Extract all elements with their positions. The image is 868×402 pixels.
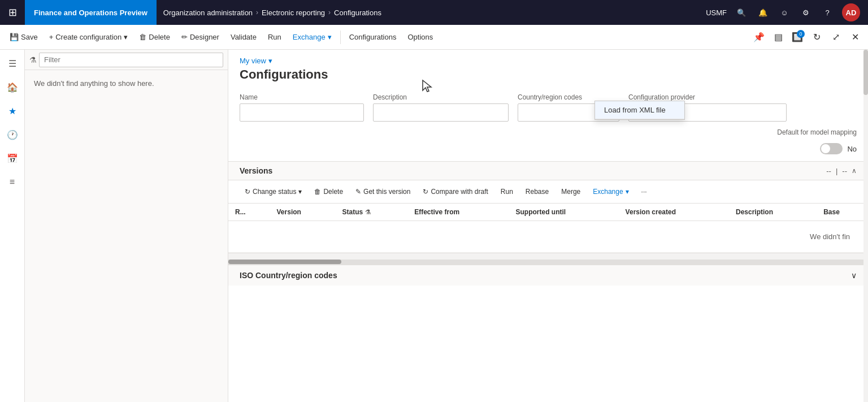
save-button[interactable]: 💾 Save [5,28,43,47]
usmf-button[interactable]: USMF [702,0,730,25]
form-row-1: Name Description Country/region codes Co… [228,87,868,128]
my-view-chevron-icon: ▾ [268,57,272,65]
toolbar-sep-1 [340,31,341,44]
left-panel-empty-message: We didn't find anything to show here. [25,70,228,97]
settings-button[interactable]: ⚙ [796,0,816,25]
help-icon: ? [825,8,829,17]
main-layout: ☰ 🏠 ★ 🕐 📅 ≡ ⚗ We didn't find anything to… [0,50,868,402]
status-filter-icon[interactable]: ⚗ [365,209,371,215]
iso-title: ISO Country/region codes [240,271,337,280]
versions-header-controls: -- | -- ∧ [826,167,857,175]
feedback-button[interactable]: ☺ [774,0,795,25]
scroll-inner [228,253,868,254]
versions-collapse-button[interactable]: ∧ [852,167,857,175]
versions-sep: | [836,167,837,175]
toolbar-right: 📌 ▤ 🔲 0 ↻ ⤢ ✕ [750,29,863,46]
create-icon: + [49,33,54,41]
horizontal-scrollbar[interactable] [228,253,868,260]
load-from-xml-button[interactable]: Load from XML file [595,101,684,119]
description-label: Description [373,93,509,101]
default-mapping-label: Default for model mapping [777,128,857,136]
create-configuration-button[interactable]: + Create configuration ▾ [44,28,133,47]
help-button[interactable]: ? [817,0,837,25]
versions-run-button[interactable]: Run [496,184,518,200]
bell-icon: 🔔 [758,8,767,17]
my-view-selector[interactable]: My view ▾ [240,57,857,65]
filter-input[interactable] [39,53,223,67]
versions-more-button[interactable]: ··· [636,184,652,200]
versions-dash-1: -- [826,167,831,175]
col-supported-until: Supported until [509,204,618,221]
designer-button[interactable]: ✏ Designer [176,28,224,47]
exchange-button[interactable]: Exchange ▾ [288,28,337,47]
compare-icon: ↻ [423,188,428,196]
name-label: Name [240,93,364,101]
col-status: Status ⚗ [336,204,408,221]
run-button[interactable]: Run [263,28,287,47]
user-avatar[interactable]: AD [839,0,863,25]
close-button[interactable]: ✕ [847,29,863,46]
default-mapping-toggle[interactable] [820,143,843,154]
main-toolbar: 💾 Save + Create configuration ▾ 🗑 Delete… [0,25,868,50]
create-chevron-icon: ▾ [124,33,128,41]
table-empty-row: We didn't fin [228,221,868,253]
rebase-button[interactable]: Rebase [520,184,554,200]
sidebar-favorites[interactable]: ★ [1,100,24,122]
breadcrumb-sep-2: › [328,8,331,16]
col-r: R... [228,204,270,221]
col-version: Version [270,204,336,221]
pin-button[interactable]: 📌 [750,29,767,46]
get-this-version-button[interactable]: ✎ Get this version [350,184,415,200]
expand-button[interactable]: ⤢ [827,29,844,46]
default-mapping-row: Default for model mapping [228,128,868,143]
col-effective-from: Effective from [407,204,509,221]
panel-button[interactable]: ▤ [770,29,787,46]
options-button[interactable]: Options [402,28,438,47]
sidebar-hamburger[interactable]: ☰ [1,52,24,75]
versions-section: Versions -- | -- ∧ ↻ Change status ▾ 🗑 [228,161,868,265]
delete-button[interactable]: 🗑 Delete [134,28,175,47]
iso-collapse-icon: ∨ [851,271,857,280]
versions-exchange-chevron-icon: ▾ [626,188,629,196]
sidebar-icons: ☰ 🏠 ★ 🕐 📅 ≡ [0,50,25,402]
badge-button[interactable]: 🔲 0 [789,29,806,46]
breadcrumb-er[interactable]: Electronic reporting [262,8,325,17]
gear-icon: ⚙ [802,8,809,17]
breadcrumb-config[interactable]: Configurations [334,8,381,17]
scrollbar-thumb [863,50,868,95]
right-content: Load from XML file My view ▾ Configurati… [228,50,868,402]
toggle-knob [821,144,830,153]
versions-exchange-button[interactable]: Exchange ▾ [588,184,633,200]
change-status-button[interactable]: ↻ Change status ▾ [240,184,307,200]
notifications-button[interactable]: 🔔 [753,0,773,25]
iso-header[interactable]: ISO Country/region codes ∨ [228,265,868,286]
breadcrumb-sep-1: › [256,8,258,16]
sidebar-home[interactable]: 🏠 [1,76,24,98]
configurations-button[interactable]: Configurations [344,28,402,47]
apps-button[interactable]: ⊞ [0,0,25,25]
smiley-icon: ☺ [780,8,788,17]
search-button[interactable]: 🔍 [731,0,752,25]
exchange-chevron-icon: ▾ [328,33,332,41]
sidebar-modules[interactable]: ≡ [1,171,24,193]
sidebar-recent[interactable]: 🕐 [1,123,24,146]
versions-header: Versions -- | -- ∧ [228,162,868,180]
validate-button[interactable]: Validate [225,28,262,47]
delete-icon: 🗑 [139,33,146,41]
sidebar-workspaces[interactable]: 📅 [1,147,24,170]
name-input[interactable] [240,103,364,122]
description-input[interactable] [373,103,509,122]
merge-button[interactable]: Merge [556,184,585,200]
col-version-created: Version created [619,204,729,221]
change-status-chevron-icon: ▾ [298,188,302,196]
breadcrumb-org[interactable]: Organization administration [163,8,253,17]
top-nav: ⊞ Finance and Operations Preview Organiz… [0,0,868,25]
toggle-value: No [847,145,857,153]
page-title: Configurations [240,67,857,82]
compare-with-draft-button[interactable]: ↻ Compare with draft [418,184,493,200]
search-icon: 🔍 [737,8,746,17]
save-icon: 💾 [10,33,19,41]
vertical-scrollbar[interactable] [863,50,868,402]
refresh-button[interactable]: ↻ [808,29,825,46]
versions-delete-button[interactable]: 🗑 Delete [309,184,348,200]
